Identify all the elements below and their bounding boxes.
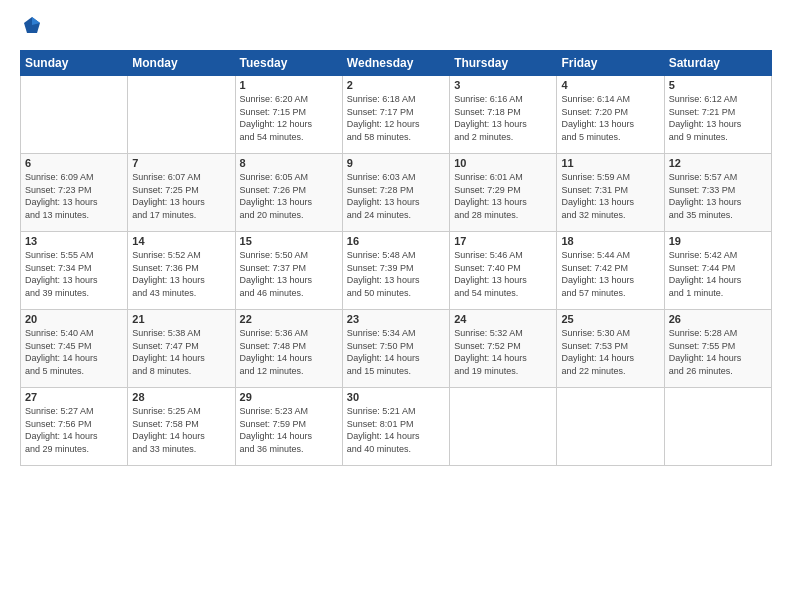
day-detail: Sunrise: 5:46 AM Sunset: 7:40 PM Dayligh…	[454, 249, 552, 299]
day-detail: Sunrise: 5:38 AM Sunset: 7:47 PM Dayligh…	[132, 327, 230, 377]
calendar-cell: 24Sunrise: 5:32 AM Sunset: 7:52 PM Dayli…	[450, 310, 557, 388]
day-number: 28	[132, 391, 230, 403]
calendar-week-5: 27Sunrise: 5:27 AM Sunset: 7:56 PM Dayli…	[21, 388, 772, 466]
day-number: 16	[347, 235, 445, 247]
day-number: 18	[561, 235, 659, 247]
day-number: 1	[240, 79, 338, 91]
calendar-cell: 2Sunrise: 6:18 AM Sunset: 7:17 PM Daylig…	[342, 76, 449, 154]
logo-icon	[22, 15, 42, 35]
day-number: 7	[132, 157, 230, 169]
calendar-cell: 25Sunrise: 5:30 AM Sunset: 7:53 PM Dayli…	[557, 310, 664, 388]
day-number: 13	[25, 235, 123, 247]
page: SundayMondayTuesdayWednesdayThursdayFrid…	[0, 0, 792, 612]
day-detail: Sunrise: 5:52 AM Sunset: 7:36 PM Dayligh…	[132, 249, 230, 299]
weekday-header-friday: Friday	[557, 51, 664, 76]
day-detail: Sunrise: 6:07 AM Sunset: 7:25 PM Dayligh…	[132, 171, 230, 221]
day-detail: Sunrise: 5:28 AM Sunset: 7:55 PM Dayligh…	[669, 327, 767, 377]
day-detail: Sunrise: 5:40 AM Sunset: 7:45 PM Dayligh…	[25, 327, 123, 377]
weekday-header-sunday: Sunday	[21, 51, 128, 76]
calendar-cell: 28Sunrise: 5:25 AM Sunset: 7:58 PM Dayli…	[128, 388, 235, 466]
day-number: 6	[25, 157, 123, 169]
day-number: 3	[454, 79, 552, 91]
calendar-cell: 14Sunrise: 5:52 AM Sunset: 7:36 PM Dayli…	[128, 232, 235, 310]
calendar-week-2: 6Sunrise: 6:09 AM Sunset: 7:23 PM Daylig…	[21, 154, 772, 232]
calendar-cell: 15Sunrise: 5:50 AM Sunset: 7:37 PM Dayli…	[235, 232, 342, 310]
day-detail: Sunrise: 5:42 AM Sunset: 7:44 PM Dayligh…	[669, 249, 767, 299]
day-detail: Sunrise: 6:05 AM Sunset: 7:26 PM Dayligh…	[240, 171, 338, 221]
day-number: 17	[454, 235, 552, 247]
calendar-cell: 10Sunrise: 6:01 AM Sunset: 7:29 PM Dayli…	[450, 154, 557, 232]
calendar-cell	[128, 76, 235, 154]
day-number: 4	[561, 79, 659, 91]
day-number: 5	[669, 79, 767, 91]
calendar-cell: 29Sunrise: 5:23 AM Sunset: 7:59 PM Dayli…	[235, 388, 342, 466]
header	[20, 15, 772, 40]
calendar-cell: 30Sunrise: 5:21 AM Sunset: 8:01 PM Dayli…	[342, 388, 449, 466]
day-detail: Sunrise: 5:36 AM Sunset: 7:48 PM Dayligh…	[240, 327, 338, 377]
calendar-cell: 7Sunrise: 6:07 AM Sunset: 7:25 PM Daylig…	[128, 154, 235, 232]
day-detail: Sunrise: 5:59 AM Sunset: 7:31 PM Dayligh…	[561, 171, 659, 221]
day-detail: Sunrise: 5:50 AM Sunset: 7:37 PM Dayligh…	[240, 249, 338, 299]
day-number: 22	[240, 313, 338, 325]
calendar-cell: 6Sunrise: 6:09 AM Sunset: 7:23 PM Daylig…	[21, 154, 128, 232]
day-number: 11	[561, 157, 659, 169]
day-detail: Sunrise: 6:20 AM Sunset: 7:15 PM Dayligh…	[240, 93, 338, 143]
calendar-cell: 19Sunrise: 5:42 AM Sunset: 7:44 PM Dayli…	[664, 232, 771, 310]
calendar-cell: 9Sunrise: 6:03 AM Sunset: 7:28 PM Daylig…	[342, 154, 449, 232]
calendar-cell: 17Sunrise: 5:46 AM Sunset: 7:40 PM Dayli…	[450, 232, 557, 310]
calendar-cell	[664, 388, 771, 466]
calendar-cell: 1Sunrise: 6:20 AM Sunset: 7:15 PM Daylig…	[235, 76, 342, 154]
weekday-header-monday: Monday	[128, 51, 235, 76]
calendar-cell: 8Sunrise: 6:05 AM Sunset: 7:26 PM Daylig…	[235, 154, 342, 232]
calendar-cell	[21, 76, 128, 154]
calendar-cell: 4Sunrise: 6:14 AM Sunset: 7:20 PM Daylig…	[557, 76, 664, 154]
day-number: 25	[561, 313, 659, 325]
day-number: 2	[347, 79, 445, 91]
day-detail: Sunrise: 6:16 AM Sunset: 7:18 PM Dayligh…	[454, 93, 552, 143]
calendar-cell: 23Sunrise: 5:34 AM Sunset: 7:50 PM Dayli…	[342, 310, 449, 388]
calendar-cell: 12Sunrise: 5:57 AM Sunset: 7:33 PM Dayli…	[664, 154, 771, 232]
calendar-week-3: 13Sunrise: 5:55 AM Sunset: 7:34 PM Dayli…	[21, 232, 772, 310]
day-number: 10	[454, 157, 552, 169]
day-detail: Sunrise: 6:09 AM Sunset: 7:23 PM Dayligh…	[25, 171, 123, 221]
day-number: 24	[454, 313, 552, 325]
day-detail: Sunrise: 5:25 AM Sunset: 7:58 PM Dayligh…	[132, 405, 230, 455]
day-number: 23	[347, 313, 445, 325]
calendar-cell: 20Sunrise: 5:40 AM Sunset: 7:45 PM Dayli…	[21, 310, 128, 388]
day-detail: Sunrise: 5:23 AM Sunset: 7:59 PM Dayligh…	[240, 405, 338, 455]
day-detail: Sunrise: 5:34 AM Sunset: 7:50 PM Dayligh…	[347, 327, 445, 377]
weekday-header-saturday: Saturday	[664, 51, 771, 76]
calendar-cell: 21Sunrise: 5:38 AM Sunset: 7:47 PM Dayli…	[128, 310, 235, 388]
day-number: 9	[347, 157, 445, 169]
day-detail: Sunrise: 6:14 AM Sunset: 7:20 PM Dayligh…	[561, 93, 659, 143]
day-number: 8	[240, 157, 338, 169]
day-number: 14	[132, 235, 230, 247]
day-detail: Sunrise: 5:30 AM Sunset: 7:53 PM Dayligh…	[561, 327, 659, 377]
calendar-cell: 13Sunrise: 5:55 AM Sunset: 7:34 PM Dayli…	[21, 232, 128, 310]
day-number: 21	[132, 313, 230, 325]
day-detail: Sunrise: 5:27 AM Sunset: 7:56 PM Dayligh…	[25, 405, 123, 455]
calendar-cell: 16Sunrise: 5:48 AM Sunset: 7:39 PM Dayli…	[342, 232, 449, 310]
day-detail: Sunrise: 5:32 AM Sunset: 7:52 PM Dayligh…	[454, 327, 552, 377]
day-detail: Sunrise: 6:03 AM Sunset: 7:28 PM Dayligh…	[347, 171, 445, 221]
day-number: 30	[347, 391, 445, 403]
day-detail: Sunrise: 5:21 AM Sunset: 8:01 PM Dayligh…	[347, 405, 445, 455]
day-number: 29	[240, 391, 338, 403]
calendar-cell: 5Sunrise: 6:12 AM Sunset: 7:21 PM Daylig…	[664, 76, 771, 154]
day-detail: Sunrise: 6:01 AM Sunset: 7:29 PM Dayligh…	[454, 171, 552, 221]
day-detail: Sunrise: 5:44 AM Sunset: 7:42 PM Dayligh…	[561, 249, 659, 299]
day-number: 20	[25, 313, 123, 325]
day-detail: Sunrise: 5:55 AM Sunset: 7:34 PM Dayligh…	[25, 249, 123, 299]
logo	[20, 15, 42, 40]
weekday-header-row: SundayMondayTuesdayWednesdayThursdayFrid…	[21, 51, 772, 76]
day-detail: Sunrise: 6:12 AM Sunset: 7:21 PM Dayligh…	[669, 93, 767, 143]
calendar-cell: 26Sunrise: 5:28 AM Sunset: 7:55 PM Dayli…	[664, 310, 771, 388]
calendar-cell	[450, 388, 557, 466]
day-detail: Sunrise: 5:48 AM Sunset: 7:39 PM Dayligh…	[347, 249, 445, 299]
day-number: 19	[669, 235, 767, 247]
weekday-header-tuesday: Tuesday	[235, 51, 342, 76]
day-detail: Sunrise: 6:18 AM Sunset: 7:17 PM Dayligh…	[347, 93, 445, 143]
day-number: 26	[669, 313, 767, 325]
weekday-header-wednesday: Wednesday	[342, 51, 449, 76]
calendar-table: SundayMondayTuesdayWednesdayThursdayFrid…	[20, 50, 772, 466]
